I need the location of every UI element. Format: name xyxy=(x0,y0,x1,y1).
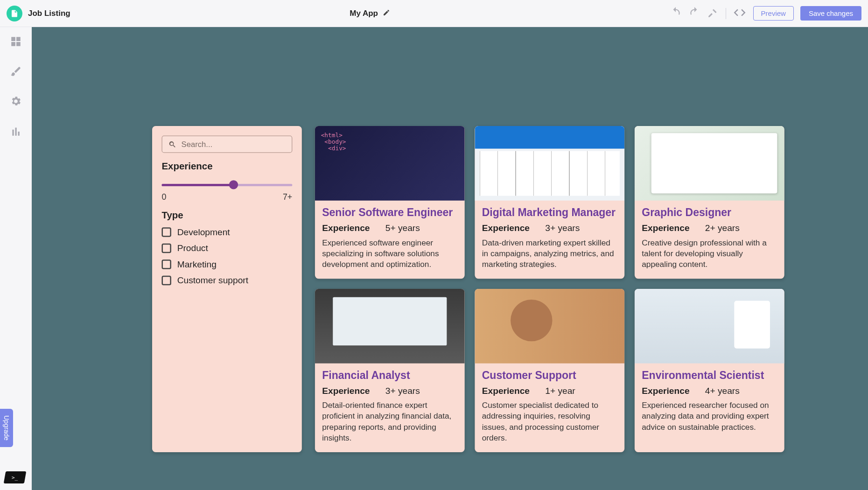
job-body: Digital Marketing Manager Experience3+ y… xyxy=(475,201,624,279)
checkbox-icon xyxy=(161,275,171,285)
redo-icon[interactable] xyxy=(688,7,700,21)
job-title: Environmental Scientist xyxy=(642,369,777,382)
checkbox-icon xyxy=(161,227,171,237)
canvas[interactable]: Experience 0 7+ Type Development Product… xyxy=(32,27,868,490)
job-title: Graphic Designer xyxy=(642,207,777,219)
app-logo[interactable] xyxy=(7,6,22,21)
job-body: Customer Support Experience1+ year Custo… xyxy=(475,363,624,452)
experience-value: 2+ years xyxy=(705,223,740,233)
search-box[interactable] xyxy=(161,135,292,153)
type-label: Type xyxy=(161,210,292,221)
job-title: Customer Support xyxy=(482,369,617,382)
job-description: Customer specialist dedicated to address… xyxy=(482,400,617,443)
top-bar: Job Listing My App Preview Save changes xyxy=(0,0,868,27)
type-checkbox-product[interactable]: Product xyxy=(161,243,292,253)
search-input[interactable] xyxy=(182,140,286,148)
job-cards-grid: Senior Software Engineer Experience5+ ye… xyxy=(315,126,784,452)
experience-value: 3+ years xyxy=(385,385,420,395)
checkbox-icon xyxy=(161,259,171,269)
checkbox-label: Product xyxy=(177,243,208,253)
experience-label: Experience xyxy=(322,385,370,395)
grid-icon[interactable] xyxy=(10,35,22,49)
main-area: Upgrade >_ Experience 0 7+ Type xyxy=(0,27,868,490)
experience-label: Experience xyxy=(161,161,292,172)
terminal-icon[interactable]: >_ xyxy=(4,471,27,483)
checkbox-label: Customer support xyxy=(177,275,248,286)
job-title: Financial Analyst xyxy=(322,369,457,382)
type-checkbox-marketing[interactable]: Marketing xyxy=(161,259,292,269)
job-body: Financial Analyst Experience3+ years Det… xyxy=(315,363,465,452)
job-card[interactable]: Graphic Designer Experience2+ years Crea… xyxy=(635,126,784,279)
code-icon[interactable] xyxy=(733,6,747,21)
upgrade-button[interactable]: Upgrade xyxy=(0,409,13,447)
experience-label: Experience xyxy=(482,385,530,395)
job-card[interactable]: Digital Marketing Manager Experience3+ y… xyxy=(475,126,624,279)
job-image xyxy=(475,126,624,201)
checkbox-label: Marketing xyxy=(177,259,217,269)
job-card[interactable]: Senior Software Engineer Experience5+ ye… xyxy=(315,126,465,279)
job-body: Senior Software Engineer Experience5+ ye… xyxy=(315,201,465,279)
experience-value: 5+ years xyxy=(385,223,420,233)
job-image xyxy=(635,126,784,201)
experience-label: Experience xyxy=(642,385,689,395)
checkbox-label: Development xyxy=(177,227,230,237)
edit-app-name-icon[interactable] xyxy=(383,9,390,18)
left-rail: Upgrade >_ xyxy=(0,27,32,490)
job-description: Experienced researcher focused on analyz… xyxy=(642,400,777,433)
experience-label: Experience xyxy=(322,223,370,233)
job-card[interactable]: Customer Support Experience1+ year Custo… xyxy=(475,288,624,452)
slider-thumb[interactable] xyxy=(229,180,238,189)
experience-value: 3+ years xyxy=(545,223,580,233)
undo-icon[interactable] xyxy=(670,7,682,21)
job-image xyxy=(315,126,465,201)
save-changes-button[interactable]: Save changes xyxy=(800,6,861,21)
hammer-icon[interactable] xyxy=(707,7,719,21)
job-body: Environmental Scientist Experience4+ yea… xyxy=(635,363,784,441)
type-checkbox-customer-support[interactable]: Customer support xyxy=(161,275,292,286)
slider-max: 7+ xyxy=(283,192,292,202)
slider-fill xyxy=(161,184,233,186)
preview-button[interactable]: Preview xyxy=(753,6,794,21)
toolbar-divider xyxy=(726,8,726,19)
slider-legend: 0 7+ xyxy=(161,192,292,202)
app-name[interactable]: My App xyxy=(350,9,378,18)
experience-value: 1+ year xyxy=(545,385,575,395)
brush-icon[interactable] xyxy=(10,65,22,79)
job-description: Data-driven marketing expert skilled in … xyxy=(482,238,617,270)
top-right-toolbar: Preview Save changes xyxy=(670,6,861,21)
experience-value: 4+ years xyxy=(705,385,740,395)
type-list: Development Product Marketing Customer s… xyxy=(161,227,292,285)
job-description: Creative design professional with a tale… xyxy=(642,238,777,270)
job-title: Senior Software Engineer xyxy=(322,207,457,219)
job-title: Digital Marketing Manager xyxy=(482,207,617,219)
job-description: Detail-oriented finance expert proficien… xyxy=(322,400,457,443)
job-body: Graphic Designer Experience2+ years Crea… xyxy=(635,201,784,279)
top-center: My App xyxy=(76,9,664,18)
experience-label: Experience xyxy=(482,223,530,233)
analytics-icon[interactable] xyxy=(10,125,22,139)
slider-min: 0 xyxy=(161,192,166,202)
job-card[interactable]: Environmental Scientist Experience4+ yea… xyxy=(635,288,784,452)
filter-panel: Experience 0 7+ Type Development Product… xyxy=(152,126,302,452)
experience-slider[interactable] xyxy=(161,184,292,186)
search-icon xyxy=(168,140,177,148)
job-image xyxy=(635,288,784,363)
page-title: Job Listing xyxy=(28,9,70,18)
gear-icon[interactable] xyxy=(10,95,22,109)
job-image xyxy=(475,288,624,363)
job-image xyxy=(315,288,465,363)
type-checkbox-development[interactable]: Development xyxy=(161,227,292,237)
job-card[interactable]: Financial Analyst Experience3+ years Det… xyxy=(315,288,465,452)
job-description: Experienced software engineer specializi… xyxy=(322,238,457,270)
checkbox-icon xyxy=(161,243,171,252)
experience-label: Experience xyxy=(642,223,689,233)
canvas-content: Experience 0 7+ Type Development Product… xyxy=(152,126,784,452)
